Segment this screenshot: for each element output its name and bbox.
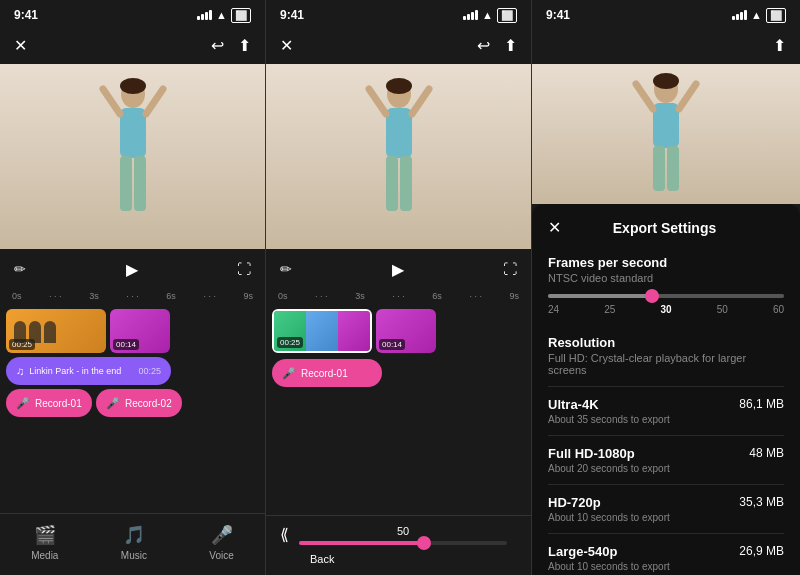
close-icon-1[interactable]: ✕ (14, 36, 27, 55)
res-item-0[interactable]: Ultra-4K About 35 seconds to export 86,1… (548, 386, 784, 435)
back-button[interactable]: ⟪ (280, 524, 289, 545)
p2-time-dots: · · · (315, 291, 328, 301)
fullscreen-icon-2[interactable]: ⛶ (503, 261, 517, 277)
export-overlay: ✕ Export Settings Frames per second NTSC… (532, 204, 800, 575)
svg-line-17 (636, 84, 653, 109)
toolbar-media[interactable]: 🎬 Media (31, 524, 58, 561)
music-clip-row: ♫ Linkin Park - in the end 00:25 (6, 357, 259, 385)
fullscreen-icon-1[interactable]: ⛶ (237, 261, 251, 277)
time-mark-dots2: · · · (126, 291, 139, 301)
undo-icon-1[interactable]: ↩ (211, 36, 224, 55)
res-size-3: 26,9 MB (739, 544, 784, 558)
voice-clip-1-label: Record-01 (35, 398, 82, 409)
play-button-1[interactable]: ▶ (118, 255, 146, 283)
clip-thumb-1[interactable]: 00:25 (6, 309, 106, 353)
time-mark-6s: 6s (166, 291, 176, 301)
voice-clip-1[interactable]: 🎤 Record-01 (6, 389, 92, 417)
fps-thumb[interactable] (645, 289, 659, 303)
close-icon-2[interactable]: ✕ (280, 36, 293, 55)
status-bar-1: 9:41 ▲ ⬜ (0, 0, 265, 28)
p2-clip-badge-1: 00:25 (277, 337, 303, 348)
timeline-ruler-2: 0s · · · 3s · · · 6s · · · 9s (276, 291, 521, 301)
p2-clip-badge-2: 00:14 (379, 339, 405, 350)
voice-label: Voice (209, 550, 233, 561)
fps-slider[interactable] (548, 294, 784, 298)
p2-voice-clip[interactable]: 🎤 Record-01 (272, 359, 382, 387)
res-sublabel: Full HD: Crystal-clear playback for larg… (548, 352, 784, 376)
svg-point-1 (120, 78, 146, 94)
svg-rect-20 (667, 146, 679, 191)
fps-50: 50 (717, 304, 728, 315)
export-close-icon[interactable]: ✕ (548, 218, 561, 237)
speed-slider[interactable] (299, 541, 507, 545)
fps-labels: 24 25 30 50 60 (548, 304, 784, 315)
fps-fill-right (654, 294, 784, 298)
video-preview-1 (0, 64, 265, 249)
fps-24: 24 (548, 304, 559, 315)
speed-slider-container: 50 (299, 525, 507, 545)
svg-point-8 (386, 78, 412, 94)
play-button-2[interactable]: ▶ (384, 255, 412, 283)
timeline-1: 0s · · · 3s · · · 6s · · · 9s (0, 289, 265, 305)
timeline-ruler-1: 0s · · · 3s · · · 6s · · · 9s (10, 291, 255, 301)
res-size-2: 35,3 MB (739, 495, 784, 509)
fps-fill-left (548, 294, 654, 298)
voice-clip-2[interactable]: 🎤 Record-02 (96, 389, 182, 417)
time-mark-0s: 0s (12, 291, 22, 301)
edit-icon-1[interactable]: ✏ (14, 261, 26, 277)
clips-area-2: 00:25 00:14 🎤 Record-01 (266, 305, 531, 414)
video-preview-2 (266, 64, 531, 249)
status-icons-1: ▲ ⬜ (197, 8, 251, 23)
share-icon-2[interactable]: ⬆ (504, 36, 517, 55)
res-item-1[interactable]: Full HD-1080p About 20 seconds to export… (548, 435, 784, 484)
res-name-2: HD-720p (548, 495, 670, 510)
mic-icon-1: 🎤 (16, 397, 30, 410)
toolbar-voice[interactable]: 🎤 Voice (209, 524, 233, 561)
panel-1: 9:41 ▲ ⬜ ✕ ↩ ⬆ (0, 0, 266, 575)
nav-bar-3: ⬆ (532, 28, 800, 64)
edit-icon-2[interactable]: ✏ (280, 261, 292, 277)
p2-time-9s: 9s (509, 291, 519, 301)
nav-bar-1: ✕ ↩ ⬆ (0, 28, 265, 64)
svg-line-18 (679, 84, 696, 109)
music-label: Music (121, 550, 147, 561)
toolbar-music[interactable]: 🎵 Music (121, 524, 147, 561)
res-item-3[interactable]: Large-540p About 10 seconds to export 26… (548, 533, 784, 575)
speed-nav: ⟪ 50 (280, 524, 517, 545)
resolution-section: Resolution Full HD: Crystal-clear playba… (532, 325, 800, 575)
speed-thumb[interactable] (417, 536, 431, 550)
music-clip-time: 00:25 (138, 366, 161, 376)
res-item-2[interactable]: HD-720p About 10 seconds to export 35,3 … (548, 484, 784, 533)
clip-thumb-p2-2[interactable]: 00:14 (376, 309, 436, 353)
svg-rect-13 (400, 156, 412, 211)
mic-icon-2: 🎤 (106, 397, 120, 410)
clip-selected-1[interactable]: 00:25 (272, 309, 372, 353)
status-time-1: 9:41 (14, 8, 38, 22)
res-label: Resolution (548, 335, 784, 350)
nav-right-2: ↩ ⬆ (477, 36, 517, 55)
music-note-icon: ♫ (16, 365, 24, 377)
svg-rect-9 (386, 108, 412, 158)
clips-area-1: 00:25 00:14 ♫ Linkin Park - in the end 0… (0, 305, 265, 513)
bottom-toolbar-1: 🎬 Media 🎵 Music 🎤 Voice (0, 513, 265, 575)
svg-line-3 (103, 89, 120, 114)
share-icon-3[interactable]: ⬆ (773, 36, 786, 55)
controls-bar-2: ✏ ▶ ⛶ (266, 249, 531, 289)
share-icon-1[interactable]: ⬆ (238, 36, 251, 55)
music-clip[interactable]: ♫ Linkin Park - in the end 00:25 (6, 357, 171, 385)
status-time-3: 9:41 (546, 8, 570, 22)
export-header: ✕ Export Settings (532, 204, 800, 245)
undo-icon-2[interactable]: ↩ (477, 36, 490, 55)
res-sub-2: About 10 seconds to export (548, 512, 670, 523)
clip-thumb-2[interactable]: 00:14 (110, 309, 170, 353)
fps-sublabel: NTSC video standard (548, 272, 784, 284)
voice-icon: 🎤 (211, 524, 233, 546)
speed-value: 50 (299, 525, 507, 537)
svg-rect-5 (120, 156, 132, 211)
media-icon: 🎬 (34, 524, 56, 546)
res-name-0: Ultra-4K (548, 397, 670, 412)
svg-line-11 (412, 89, 429, 114)
p2-spacer (266, 414, 531, 515)
signal-icon-1 (197, 10, 212, 20)
time-mark-dots: · · · (49, 291, 62, 301)
